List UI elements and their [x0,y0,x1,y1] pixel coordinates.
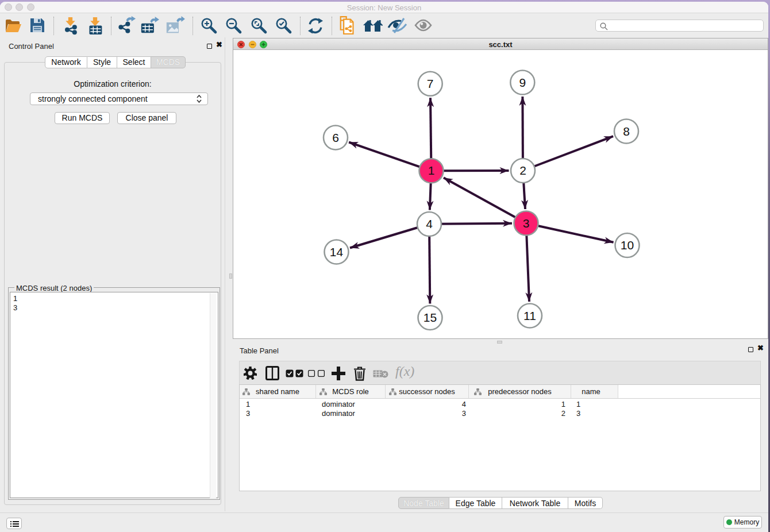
svg-text:7: 7 [427,77,434,90]
svg-text:9: 9 [519,76,526,89]
svg-text:3: 3 [523,217,530,230]
svg-text:2: 2 [519,164,526,177]
svg-text:14: 14 [330,245,344,259]
svg-text:11: 11 [523,309,536,322]
svg-text:4: 4 [426,217,433,230]
svg-text:1: 1 [428,164,435,177]
svg-text:15: 15 [424,311,437,324]
svg-text:6: 6 [332,131,339,144]
svg-text:10: 10 [621,238,634,252]
svg-text:8: 8 [623,125,630,138]
